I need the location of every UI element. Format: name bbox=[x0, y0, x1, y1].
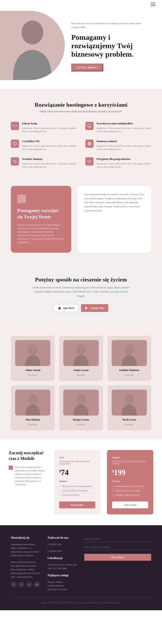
features-grid: Edytor kodu Sample text. Click to select… bbox=[11, 122, 151, 168]
hamburger-menu[interactable] bbox=[151, 2, 156, 6]
buy-team-button[interactable]: Kup moduł bbox=[112, 502, 148, 508]
feature-desc-2: Sample text. Click to select the text bo… bbox=[22, 144, 77, 151]
team-name-2: Poślubić Hudsona bbox=[112, 368, 147, 372]
grow-right-text: Nasz zespół przychodzi na ratunek, aby p… bbox=[84, 192, 145, 212]
team-name-5: Nicole Scavo bbox=[112, 418, 147, 422]
feature-desc-0: Sample text. Click to select the text bo… bbox=[22, 126, 77, 133]
plan-team-items: Nieograniczona liczba redaktorów System … bbox=[112, 484, 148, 497]
footer-call: Zadzwoń do nas 1 (234) 567-891 1 (234) 9… bbox=[47, 536, 78, 591]
googleplay-label: Google Play bbox=[90, 307, 104, 309]
footer-bottom-text: Sample text. Click to select the text bo… bbox=[11, 602, 151, 604]
footer-grid: Skontaktuj się Zapewniamy niezawodność, … bbox=[11, 536, 151, 591]
feature-desc-5: Sample text. Click to select the text bo… bbox=[97, 162, 151, 168]
grow-card-text: Agencja cyfr neu oferujące pełen zakres … bbox=[17, 223, 65, 244]
plan-solo-items: Nieograniczona liczba redaktorów System … bbox=[59, 484, 95, 497]
hero-cta-button[interactable]: CZYTAJ WIĘCEJ bbox=[71, 64, 103, 72]
team-card-2: Poślubić Hudsona Projektant bbox=[107, 336, 151, 381]
team-photo-3 bbox=[15, 390, 50, 416]
footer-contact-heading: Skontaktuj się bbox=[11, 536, 41, 540]
hero-image bbox=[0, 11, 65, 80]
team-role-0: Developer bbox=[28, 374, 37, 376]
feature-title-1: Przechowywanie multimediów bbox=[97, 122, 151, 125]
feature-item-1: Przechowywanie multimediów Sample text. … bbox=[85, 122, 151, 133]
plan-solo-item-1: System projektowania Figma bbox=[59, 488, 95, 493]
googleplay-button[interactable]: Google Play bbox=[81, 304, 108, 312]
feature-title-2: Certyfikat SSL bbox=[22, 140, 77, 143]
pricing-heading: Zacznij oszczędzać czas z Module bbox=[9, 450, 47, 461]
team-card-3: Nina Hudson Projektant bbox=[11, 385, 55, 430]
plan-team-currency: $ bbox=[112, 469, 114, 473]
buy-solo-button[interactable]: Kup moduł bbox=[59, 502, 95, 508]
feature-title-3: Domena osobista bbox=[97, 140, 151, 143]
team-role-2: Projektant bbox=[125, 374, 134, 376]
linkedin-icon[interactable]: in bbox=[34, 582, 40, 587]
footer-service-0: Przelewy lokalne bbox=[47, 580, 78, 584]
features-subtitle: Dzięki wielu zaawansowanym funkcjom gwar… bbox=[11, 110, 151, 113]
team-card-4: Margo Larson Menedżer bbox=[59, 385, 103, 430]
feature-item-2: Certyfikat SSL Sample text. Click to sel… bbox=[11, 140, 77, 151]
grow-section: Pomagamy rozwijać się Twojej firmie Agen… bbox=[0, 182, 162, 264]
form-name-input[interactable] bbox=[84, 536, 151, 542]
footer-phone-2: 1 (234) 987-654 bbox=[47, 549, 78, 553]
plan-team-item-2: Dostępne usługi do przejścia bbox=[112, 493, 148, 497]
plan-team-desc: Najlepszy wybór dla zespołu dowolnej wie… bbox=[112, 460, 148, 465]
plan-solo-currency: $ bbox=[59, 469, 61, 473]
pricing-card-team: Zespół Najlepszy wybór dla zespołu dowol… bbox=[107, 450, 153, 514]
dev-icon bbox=[85, 157, 94, 166]
footer-services-list: Przelewy lokalne Transfery biletowe Wyci… bbox=[47, 580, 78, 591]
team-photo-0 bbox=[15, 340, 50, 366]
twitter-icon[interactable]: t bbox=[18, 582, 24, 587]
transfer-icon bbox=[11, 157, 19, 166]
pricing-card-solo: Solo Dla freelancerów i indywidualnych p… bbox=[54, 450, 100, 514]
team-role-3: Projektant bbox=[28, 423, 37, 426]
pricing-section: Zacznij oszczędzać czas z Module Motywac… bbox=[0, 439, 162, 525]
team-card-0: Adam Jonsoń Developer bbox=[11, 336, 55, 381]
plan-solo-desc: Dla freelancerów i indywidualnych projek… bbox=[59, 460, 95, 465]
feature-title-5: Przyjazny dla programistów bbox=[97, 157, 151, 161]
svg-point-8 bbox=[124, 394, 134, 405]
footer-service-1: Transfery biletowe bbox=[47, 584, 78, 588]
footer-services-heading: Najlepsze usługi bbox=[47, 574, 78, 577]
team-name-1: Linda Larson bbox=[63, 368, 99, 372]
hero-title: Pomagamy i rozwiązujemy Twój biznesowy p… bbox=[71, 33, 143, 58]
team-role-4: Menedżer bbox=[77, 423, 85, 426]
youtube-icon[interactable]: y bbox=[26, 582, 32, 587]
grow-right-panel: Nasz zespół przychodzi na ratunek, aby p… bbox=[78, 186, 151, 253]
note-icon bbox=[9, 466, 13, 470]
hero-tagline: Duis aute irure dolor in reprehenderit i… bbox=[71, 22, 143, 29]
form-submit-button[interactable]: SKŁĄDAJ bbox=[84, 554, 151, 561]
plan-solo-price: $74 bbox=[59, 468, 95, 477]
googleplay-icon bbox=[85, 306, 89, 310]
team-photo-4 bbox=[63, 390, 99, 416]
plan-solo-includes-label: Zawiera: bbox=[59, 480, 95, 482]
media-icon bbox=[85, 122, 94, 130]
svg-point-0 bbox=[22, 20, 43, 44]
footer-service-2: Wycieczki i wycieczki bbox=[47, 588, 78, 591]
app-heading: Potężny sposób na cieszenie się życiem bbox=[11, 276, 151, 283]
team-role-5: Menedżer bbox=[125, 423, 134, 426]
svg-point-5 bbox=[124, 344, 134, 355]
feature-item-0: Edytor kodu Sample text. Click to select… bbox=[11, 122, 77, 133]
pricing-info: Zacznij oszczędzać czas z Module Motywac… bbox=[9, 450, 47, 486]
grow-card-icon bbox=[17, 194, 26, 203]
feature-title-4: Transfer domeny bbox=[22, 157, 77, 161]
code-icon bbox=[11, 122, 19, 130]
feature-item-4: Transfer domeny Sample text. Click to se… bbox=[11, 157, 77, 168]
footer-call-heading: Zadzwoń do nas bbox=[47, 536, 78, 540]
footer-address: 121 Rock Street, 21 Avenue, New York, NY… bbox=[47, 563, 78, 570]
appstore-button[interactable]: App Store bbox=[54, 304, 79, 312]
plan-team-item-1: System projektowania Figma bbox=[112, 488, 148, 493]
plan-team-label: Zespół bbox=[112, 456, 148, 459]
plan-solo-label: Solo bbox=[59, 456, 95, 459]
hero-content: Duis aute irure dolor in reprehenderit i… bbox=[65, 15, 151, 76]
feature-desc-3: Sample text. Click to select the text bo… bbox=[97, 144, 151, 151]
feature-desc-1: Sample text. Click to select the text bo… bbox=[97, 126, 151, 133]
team-name-4: Margo Larson bbox=[63, 418, 99, 422]
team-role-1: Menedżer bbox=[77, 374, 85, 376]
facebook-icon[interactable]: f bbox=[11, 582, 16, 587]
team-photo-2 bbox=[112, 340, 147, 366]
team-card-5: Nicole Scavo Menedżer bbox=[107, 385, 151, 430]
app-section: Potężny sposób na cieszenie się życiem L… bbox=[0, 264, 162, 325]
app-desc: Lorem ipsum dolor sit amet, consectetur … bbox=[31, 286, 131, 298]
form-email-input[interactable] bbox=[84, 544, 151, 550]
